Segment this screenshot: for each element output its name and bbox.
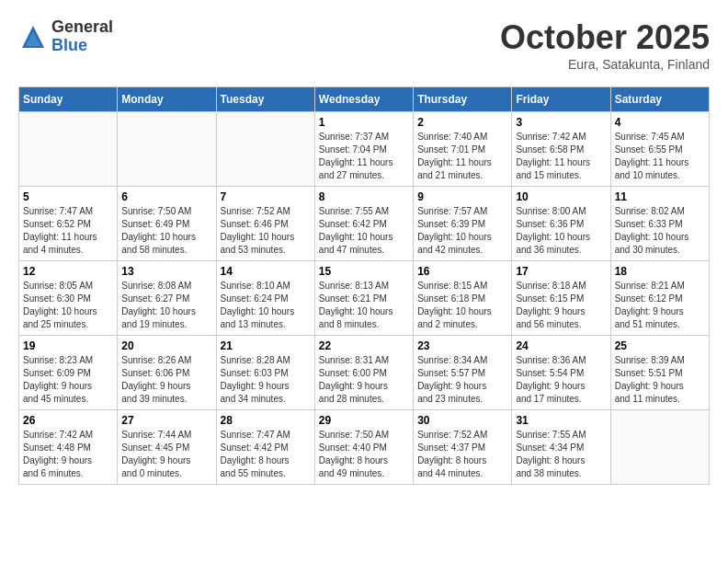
calendar-cell	[216, 112, 314, 187]
month-title: October 2025	[500, 18, 710, 57]
day-number: 31	[516, 414, 606, 427]
day-header-saturday: Saturday	[610, 87, 709, 112]
day-number: 24	[516, 339, 606, 352]
calendar-cell: 21Sunrise: 8:28 AM Sunset: 6:03 PM Dayli…	[216, 336, 314, 410]
day-header-wednesday: Wednesday	[314, 87, 413, 112]
calendar-week-1: 1Sunrise: 7:37 AM Sunset: 7:04 PM Daylig…	[19, 112, 710, 187]
page-header: General Blue October 2025 Eura, Satakunt…	[18, 18, 710, 72]
day-info: Sunrise: 7:52 AM Sunset: 6:46 PM Dayligh…	[221, 205, 311, 257]
day-number: 12	[23, 265, 113, 278]
calendar-cell: 11Sunrise: 8:02 AM Sunset: 6:33 PM Dayli…	[610, 187, 709, 261]
day-info: Sunrise: 8:18 AM Sunset: 6:15 PM Dayligh…	[516, 280, 606, 331]
calendar-cell: 10Sunrise: 8:00 AM Sunset: 6:36 PM Dayli…	[512, 187, 610, 261]
day-header-thursday: Thursday	[414, 87, 512, 112]
calendar-cell: 16Sunrise: 8:15 AM Sunset: 6:18 PM Dayli…	[414, 261, 512, 336]
day-info: Sunrise: 8:34 AM Sunset: 5:57 PM Dayligh…	[417, 354, 507, 406]
calendar-cell: 27Sunrise: 7:44 AM Sunset: 4:45 PM Dayli…	[118, 410, 216, 485]
calendar-week-5: 26Sunrise: 7:42 AM Sunset: 4:48 PM Dayli…	[19, 410, 710, 485]
day-info: Sunrise: 8:23 AM Sunset: 6:09 PM Dayligh…	[23, 354, 113, 406]
calendar-cell: 7Sunrise: 7:52 AM Sunset: 6:46 PM Daylig…	[216, 187, 314, 261]
day-number: 14	[221, 265, 311, 278]
day-info: Sunrise: 7:52 AM Sunset: 4:37 PM Dayligh…	[417, 429, 507, 480]
day-info: Sunrise: 8:36 AM Sunset: 5:54 PM Dayligh…	[516, 354, 606, 406]
day-number: 16	[417, 265, 507, 278]
calendar-cell: 28Sunrise: 7:47 AM Sunset: 4:42 PM Dayli…	[216, 410, 314, 485]
calendar-cell: 9Sunrise: 7:57 AM Sunset: 6:39 PM Daylig…	[414, 187, 512, 261]
day-info: Sunrise: 8:10 AM Sunset: 6:24 PM Dayligh…	[221, 280, 311, 331]
day-number: 17	[516, 265, 606, 278]
day-info: Sunrise: 7:50 AM Sunset: 6:49 PM Dayligh…	[121, 205, 211, 257]
day-number: 25	[615, 339, 705, 352]
day-number: 30	[417, 414, 507, 427]
calendar-week-4: 19Sunrise: 8:23 AM Sunset: 6:09 PM Dayli…	[19, 336, 710, 410]
day-header-sunday: Sunday	[19, 87, 118, 112]
logo-text: General Blue	[51, 18, 113, 55]
day-info: Sunrise: 8:39 AM Sunset: 5:51 PM Dayligh…	[615, 354, 705, 406]
day-number: 8	[319, 190, 409, 203]
calendar-cell: 15Sunrise: 8:13 AM Sunset: 6:21 PM Dayli…	[314, 261, 413, 336]
day-number: 9	[417, 190, 507, 203]
day-header-friday: Friday	[512, 87, 610, 112]
day-number: 10	[516, 190, 606, 203]
day-info: Sunrise: 7:40 AM Sunset: 7:01 PM Dayligh…	[417, 131, 507, 182]
calendar-cell: 26Sunrise: 7:42 AM Sunset: 4:48 PM Dayli…	[19, 410, 118, 485]
day-number: 11	[615, 190, 705, 203]
day-info: Sunrise: 7:50 AM Sunset: 4:40 PM Dayligh…	[319, 429, 409, 480]
day-info: Sunrise: 8:02 AM Sunset: 6:33 PM Dayligh…	[615, 205, 705, 257]
day-info: Sunrise: 8:26 AM Sunset: 6:06 PM Dayligh…	[121, 354, 211, 406]
logo-blue-text: Blue	[51, 37, 113, 55]
calendar-cell: 17Sunrise: 8:18 AM Sunset: 6:15 PM Dayli…	[512, 261, 610, 336]
calendar-cell: 8Sunrise: 7:55 AM Sunset: 6:42 PM Daylig…	[314, 187, 413, 261]
calendar-cell: 30Sunrise: 7:52 AM Sunset: 4:37 PM Dayli…	[414, 410, 512, 485]
title-block: October 2025 Eura, Satakunta, Finland	[500, 18, 710, 72]
day-info: Sunrise: 8:08 AM Sunset: 6:27 PM Dayligh…	[121, 280, 211, 331]
logo: General Blue	[18, 18, 113, 55]
day-number: 23	[417, 339, 507, 352]
day-info: Sunrise: 8:28 AM Sunset: 6:03 PM Dayligh…	[221, 354, 311, 406]
day-info: Sunrise: 8:21 AM Sunset: 6:12 PM Dayligh…	[615, 280, 705, 331]
day-header-monday: Monday	[118, 87, 216, 112]
calendar-cell: 18Sunrise: 8:21 AM Sunset: 6:12 PM Dayli…	[610, 261, 709, 336]
calendar-cell: 22Sunrise: 8:31 AM Sunset: 6:00 PM Dayli…	[314, 336, 413, 410]
day-info: Sunrise: 8:31 AM Sunset: 6:00 PM Dayligh…	[319, 354, 409, 406]
day-info: Sunrise: 8:15 AM Sunset: 6:18 PM Dayligh…	[417, 280, 507, 331]
calendar-cell	[118, 112, 216, 187]
day-number: 4	[615, 116, 705, 129]
day-number: 21	[221, 339, 311, 352]
day-number: 26	[23, 414, 113, 427]
day-number: 2	[417, 116, 507, 129]
calendar-cell: 12Sunrise: 8:05 AM Sunset: 6:30 PM Dayli…	[19, 261, 118, 336]
day-info: Sunrise: 7:45 AM Sunset: 6:55 PM Dayligh…	[615, 131, 705, 182]
day-number: 29	[319, 414, 409, 427]
logo-icon	[18, 22, 48, 52]
day-number: 18	[615, 265, 705, 278]
day-info: Sunrise: 7:37 AM Sunset: 7:04 PM Dayligh…	[319, 131, 409, 182]
calendar-cell: 6Sunrise: 7:50 AM Sunset: 6:49 PM Daylig…	[118, 187, 216, 261]
calendar-cell: 3Sunrise: 7:42 AM Sunset: 6:58 PM Daylig…	[512, 112, 610, 187]
calendar-cell: 23Sunrise: 8:34 AM Sunset: 5:57 PM Dayli…	[414, 336, 512, 410]
day-number: 7	[221, 190, 311, 203]
day-info: Sunrise: 7:57 AM Sunset: 6:39 PM Dayligh…	[417, 205, 507, 257]
day-number: 28	[221, 414, 311, 427]
calendar-cell: 13Sunrise: 8:08 AM Sunset: 6:27 PM Dayli…	[118, 261, 216, 336]
calendar-cell	[610, 410, 709, 485]
day-header-tuesday: Tuesday	[216, 87, 314, 112]
location: Eura, Satakunta, Finland	[500, 57, 710, 72]
calendar-week-2: 5Sunrise: 7:47 AM Sunset: 6:52 PM Daylig…	[19, 187, 710, 261]
day-info: Sunrise: 7:42 AM Sunset: 6:58 PM Dayligh…	[516, 131, 606, 182]
calendar-header-row: SundayMondayTuesdayWednesdayThursdayFrid…	[19, 87, 710, 112]
day-number: 1	[319, 116, 409, 129]
calendar-cell: 19Sunrise: 8:23 AM Sunset: 6:09 PM Dayli…	[19, 336, 118, 410]
logo-general-text: General	[51, 18, 113, 37]
calendar-cell: 29Sunrise: 7:50 AM Sunset: 4:40 PM Dayli…	[314, 410, 413, 485]
day-number: 13	[121, 265, 211, 278]
day-info: Sunrise: 7:44 AM Sunset: 4:45 PM Dayligh…	[121, 429, 211, 480]
day-number: 27	[121, 414, 211, 427]
day-number: 15	[319, 265, 409, 278]
day-info: Sunrise: 8:05 AM Sunset: 6:30 PM Dayligh…	[23, 280, 113, 331]
calendar-cell: 25Sunrise: 8:39 AM Sunset: 5:51 PM Dayli…	[610, 336, 709, 410]
day-info: Sunrise: 8:00 AM Sunset: 6:36 PM Dayligh…	[516, 205, 606, 257]
calendar-cell: 1Sunrise: 7:37 AM Sunset: 7:04 PM Daylig…	[314, 112, 413, 187]
day-info: Sunrise: 7:42 AM Sunset: 4:48 PM Dayligh…	[23, 429, 113, 480]
calendar-cell: 4Sunrise: 7:45 AM Sunset: 6:55 PM Daylig…	[610, 112, 709, 187]
